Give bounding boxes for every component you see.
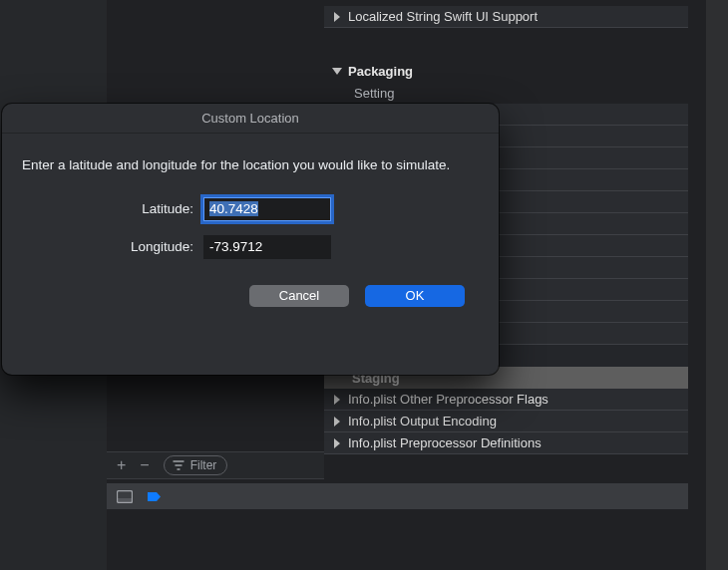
filter-icon — [173, 460, 184, 470]
chevron-right-icon — [334, 12, 340, 22]
ok-button[interactable]: OK — [365, 285, 465, 307]
setting-row[interactable]: Localized String Swift UI Support — [324, 6, 688, 28]
chevron-right-icon — [334, 417, 340, 427]
longitude-label: Longitude: — [22, 239, 203, 254]
add-button[interactable]: + — [117, 457, 126, 473]
chevron-down-icon — [332, 68, 342, 75]
setting-label: Info.plist Output Encoding — [348, 414, 497, 428]
latitude-label: Latitude: — [22, 201, 203, 216]
bookmark-icon[interactable] — [147, 490, 163, 503]
debug-bar — [107, 483, 688, 509]
dialog-prompt: Enter a latitude and longitude for the l… — [22, 155, 479, 175]
setting-row[interactable]: Info.plist Preprocessor Definitions — [324, 432, 688, 454]
svg-rect-1 — [118, 498, 133, 503]
setting-label: Info.plist Preprocessor Definitions — [348, 435, 542, 450]
right-edge — [706, 0, 728, 570]
chevron-right-icon — [334, 438, 340, 448]
cancel-button[interactable]: Cancel — [249, 285, 349, 307]
setting-label: Info.plist Other Preprocessor Flags — [348, 392, 548, 407]
longitude-input[interactable] — [203, 235, 331, 259]
setting-row[interactable]: Info.plist Other Preprocessor Flags — [324, 389, 688, 411]
latitude-input[interactable] — [203, 197, 331, 221]
column-header-setting: Setting — [324, 82, 688, 104]
section-title: Packaging — [348, 64, 413, 79]
setting-label: Localized String Swift UI Support — [348, 9, 538, 24]
setting-row[interactable]: Info.plist Output Encoding — [324, 411, 688, 432]
filter-field[interactable]: Filter — [164, 455, 228, 475]
filter-placeholder: Filter — [190, 458, 217, 472]
chevron-right-icon — [334, 395, 340, 405]
panel-icon[interactable] — [117, 490, 133, 503]
section-header-packaging[interactable]: Packaging — [324, 60, 688, 82]
remove-button[interactable]: − — [140, 457, 149, 473]
filter-toolbar: + − Filter — [107, 451, 324, 479]
custom-location-dialog: Custom Location Enter a latitude and lon… — [2, 104, 499, 375]
dialog-title: Custom Location — [2, 104, 499, 134]
